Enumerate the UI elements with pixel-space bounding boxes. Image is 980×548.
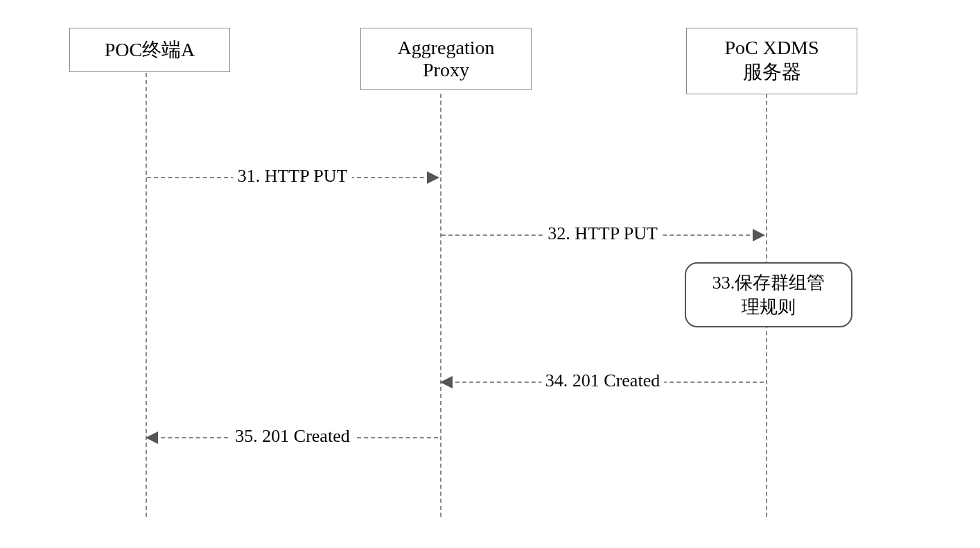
note-text: 33.保存群组管 理规则 [712,273,825,317]
message-32: 32. HTTP PUT [441,234,764,236]
message-label: 35. 201 Created [231,426,353,447]
note-save-group-rules: 33.保存群组管 理规则 [685,262,852,327]
participant-label: POC终端A [105,39,195,60]
participant-poc-terminal-a: POC终端A [69,28,230,72]
message-label: 34. 201 Created [541,370,664,391]
participant-label: Aggregation Proxy [398,37,495,80]
participant-poc-xdms-server: PoC XDMS 服务器 [686,28,857,94]
message-31: 31. HTTP PUT [147,177,438,178]
participant-label: PoC XDMS 服务器 [724,37,819,83]
sequence-diagram: POC终端A Aggregation Proxy PoC XDMS 服务器 31… [21,21,956,527]
message-34: 34. 201 Created [441,382,764,383]
message-label: 31. HTTP PUT [234,166,352,187]
message-35: 35. 201 Created [147,437,438,438]
message-label: 32. HTTP PUT [543,223,662,244]
lifeline-b [440,94,441,517]
lifeline-a [146,73,147,517]
participant-aggregation-proxy: Aggregation Proxy [360,28,532,90]
